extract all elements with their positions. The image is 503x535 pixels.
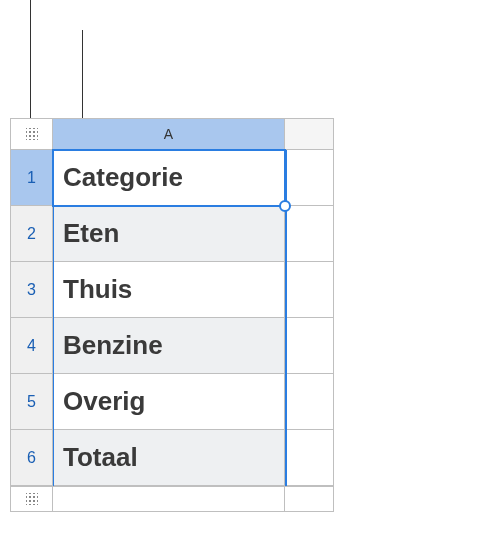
cell-B2[interactable]	[285, 206, 333, 262]
column-header-A[interactable]: A	[53, 119, 285, 150]
callout-line-row-header	[30, 0, 31, 118]
spreadsheet-table: A 1 Categorie 2 Eten 3 Thuis 4 Benzine 5…	[10, 118, 334, 512]
cell-B3[interactable]	[285, 262, 333, 318]
cell-A5[interactable]: Overig	[53, 374, 285, 430]
table-row: 5 Overig	[11, 374, 333, 430]
footer-cell	[53, 486, 285, 511]
cell-B5[interactable]	[285, 374, 333, 430]
cell-B4[interactable]	[285, 318, 333, 374]
table-row: 6 Totaal	[11, 430, 333, 486]
row-header-6[interactable]: 6	[11, 430, 53, 486]
cell-B6[interactable]	[285, 430, 333, 486]
grid-icon	[26, 493, 38, 505]
header-row: A	[11, 119, 333, 150]
row-header-2[interactable]: 2	[11, 206, 53, 262]
select-all-corner[interactable]	[11, 119, 53, 150]
cell-B1[interactable]	[285, 150, 333, 206]
row-header-5[interactable]: 5	[11, 374, 53, 430]
table-row: 2 Eten	[11, 206, 333, 262]
selection-drag-handle[interactable]	[279, 200, 291, 212]
row-header-3[interactable]: 3	[11, 262, 53, 318]
cell-A2[interactable]: Eten	[53, 206, 285, 262]
cell-A3[interactable]: Thuis	[53, 262, 285, 318]
footer-cell-extra	[285, 486, 333, 511]
row-header-1[interactable]: 1	[11, 150, 53, 206]
table-row: 3 Thuis	[11, 262, 333, 318]
grid-icon	[26, 128, 38, 140]
table-row: 1 Categorie	[11, 150, 333, 206]
row-header-4[interactable]: 4	[11, 318, 53, 374]
column-header-extra	[285, 119, 333, 150]
table-row: 4 Benzine	[11, 318, 333, 374]
cell-A6[interactable]: Totaal	[53, 430, 285, 486]
cell-A4[interactable]: Benzine	[53, 318, 285, 374]
cell-A1[interactable]: Categorie	[53, 150, 285, 206]
footer-row	[11, 486, 333, 511]
add-row-handle[interactable]	[11, 486, 53, 511]
callout-line-column-header	[82, 30, 83, 118]
